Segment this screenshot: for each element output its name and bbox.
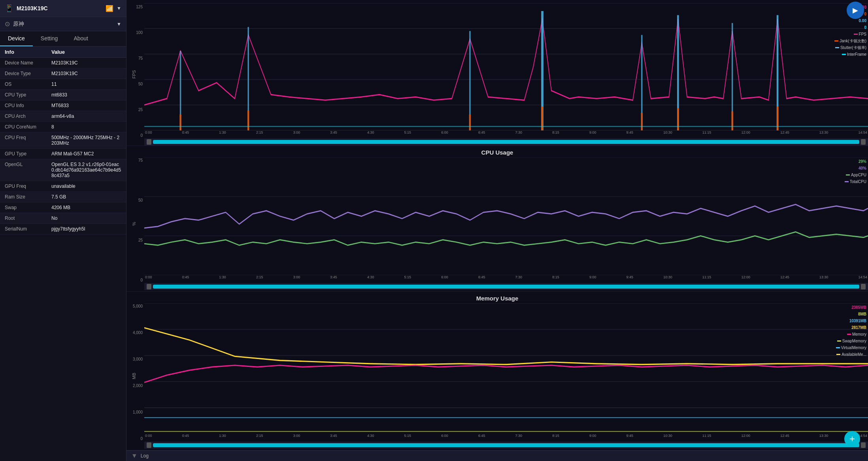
memory-legend: 2385MB 8MB 10391MB 2817MB Memory SwapMem… — [836, 304, 866, 358]
fps-scroll-track[interactable] — [153, 140, 859, 144]
memory-scroll-left[interactable] — [147, 442, 151, 448]
fab-button[interactable]: + — [844, 431, 860, 447]
row-info-label: Swap — [5, 205, 51, 210]
row-value: 8 — [51, 124, 121, 130]
row-value: M2103K19C — [51, 71, 121, 76]
row-info-label: CPU Info — [5, 103, 51, 108]
row-value: ARM Mali-G57 MC2 — [51, 151, 121, 157]
row-value: 4206 MB — [51, 205, 121, 210]
row-value: 11 — [51, 81, 121, 87]
svg-rect-19 — [677, 108, 679, 130]
tab-setting[interactable]: Setting — [33, 31, 66, 46]
row-info-label: OpenGL — [5, 162, 51, 167]
table-row: Swap4206 MB — [0, 202, 126, 213]
table-row: CPU CoreNum8 — [0, 122, 126, 132]
table-row: GPU Frequnavailable — [0, 181, 126, 192]
tab-device[interactable]: Device — [0, 31, 33, 46]
cpu-chart-container: CPU Usage 75 50 25 0 % — [126, 146, 868, 292]
memory-scrollbar[interactable] — [144, 442, 868, 449]
device-selector[interactable]: 📱 M2103K19C 📶 ▼ — [0, 0, 126, 17]
table-header: Info Value — [0, 47, 126, 58]
row-value: pjgy7ttsfygyyh5l — [51, 226, 121, 232]
right-panel: ▶ 125 100 75 50 25 0 FPS — [126, 0, 868, 461]
log-toggle-arrow[interactable]: ▼ — [131, 452, 138, 459]
wifi-icon: 📶 — [106, 5, 113, 12]
svg-rect-18 — [641, 113, 643, 130]
row-info-label: Ram Size — [5, 194, 51, 200]
row-info-label: CPU CoreNum — [5, 124, 51, 130]
app-selector[interactable]: ⊙ 原神 ▼ — [0, 17, 126, 31]
memory-chart-container: Memory Usage 5,000 4,000 3,000 2,000 1,0… — [126, 292, 868, 450]
row-value: 500MHz - 2000MHz 725MHz - 2203MHz — [51, 135, 121, 146]
left-panel: 📱 M2103K19C 📶 ▼ ⊙ 原神 ▼ Device Setting Ab… — [0, 0, 126, 461]
row-value: arm64-v8a — [51, 113, 121, 119]
app-dropdown[interactable]: ▼ — [117, 21, 121, 27]
log-label: Log — [141, 453, 149, 459]
cpu-time-axis: 0:000:451:302:153:003:454:305:156:006:45… — [144, 275, 868, 283]
row-value: OpenGL ES 3.2 v1.r26p0-01eac0.db14d76a92… — [51, 162, 121, 178]
table-row: CPU InfoMT6833 — [0, 100, 126, 111]
cpu-scroll-right[interactable] — [861, 284, 866, 289]
memory-scroll-right[interactable] — [861, 442, 866, 448]
row-info-label: CPU Arch — [5, 113, 51, 119]
svg-rect-16 — [469, 115, 471, 130]
cpu-y-label: % — [132, 222, 136, 226]
info-rows-container: Device NameM2103K19CDevice TypeM2103K19C… — [0, 58, 126, 234]
device-dropdown[interactable]: ▼ — [117, 6, 121, 11]
svg-rect-15 — [247, 110, 249, 130]
table-row: CPU Freq500MHz - 2000MHz 725MHz - 2203MH… — [0, 132, 126, 149]
fps-chart-container: 125 100 75 50 25 0 FPS — [126, 0, 868, 146]
cpu-legend: 29% 40% AppCPU TotalCPU — [845, 158, 866, 185]
cpu-chart-title: CPU Usage — [126, 149, 868, 156]
table-row: Device TypeM2103K19C — [0, 68, 126, 79]
table-row: OS11 — [0, 79, 126, 90]
cpu-scroll-track[interactable] — [153, 285, 859, 289]
svg-rect-20 — [731, 111, 733, 130]
memory-time-axis: 0:000:451:302:153:003:454:305:156:006:45… — [144, 434, 868, 442]
row-value: No — [51, 215, 121, 221]
cpu-scroll-left[interactable] — [147, 284, 151, 289]
row-value: MT6833 — [51, 103, 121, 108]
tabs-bar: Device Setting About — [0, 31, 126, 47]
svg-rect-14 — [179, 115, 181, 130]
memory-scroll-track[interactable] — [153, 443, 859, 447]
memory-y-label: MB — [132, 373, 136, 380]
row-info-label: GPU Freq — [5, 183, 51, 189]
row-info-label: CPU Freq — [5, 135, 51, 140]
col-info-header: Info — [5, 49, 51, 55]
table-row: Ram Size7.5 GB — [0, 192, 126, 202]
fps-scroll-left[interactable] — [147, 139, 151, 145]
device-icon: 📱 — [5, 4, 13, 13]
row-info-label: SerialNum — [5, 226, 51, 232]
tab-about[interactable]: About — [66, 31, 96, 46]
table-row: RootNo — [0, 213, 126, 224]
fps-scroll-right[interactable] — [861, 139, 866, 145]
info-table: Info Value Device NameM2103K19CDevice Ty… — [0, 47, 126, 461]
cpu-scrollbar[interactable] — [144, 283, 868, 290]
row-value: unavailable — [51, 183, 121, 189]
device-name: M2103K19C — [17, 5, 102, 11]
fps-scrollbar[interactable] — [144, 138, 868, 145]
row-info-label: GPU Type — [5, 151, 51, 157]
row-value: 7.5 GB — [51, 194, 121, 200]
table-row: GPU TypeARM Mali-G57 MC2 — [0, 149, 126, 159]
memory-chart-svg — [144, 303, 868, 434]
row-info-label: OS — [5, 81, 51, 87]
app-name: 原神 — [13, 21, 113, 28]
row-info-label: Device Type — [5, 71, 51, 76]
memory-chart-title: Memory Usage — [126, 295, 868, 302]
row-value: M2103K19C — [51, 60, 121, 66]
table-row: CPU Archarm64-v8a — [0, 111, 126, 122]
table-row: OpenGLOpenGL ES 3.2 v1.r26p0-01eac0.db14… — [0, 159, 126, 181]
table-row: Device NameM2103K19C — [0, 58, 126, 68]
row-info-label: Root — [5, 215, 51, 221]
fps-chart-svg — [144, 3, 868, 130]
fps-time-axis: 0:000:451:302:153:003:454:305:156:006:45… — [144, 130, 868, 138]
play-button[interactable]: ▶ — [847, 2, 864, 19]
table-row: CPU Typemt6833 — [0, 90, 126, 100]
row-info-label: CPU Type — [5, 92, 51, 98]
row-value: mt6833 — [51, 92, 121, 98]
col-value-header: Value — [51, 49, 121, 55]
log-tab: ▼ Log — [126, 450, 868, 461]
app-icon: ⊙ — [5, 20, 10, 28]
